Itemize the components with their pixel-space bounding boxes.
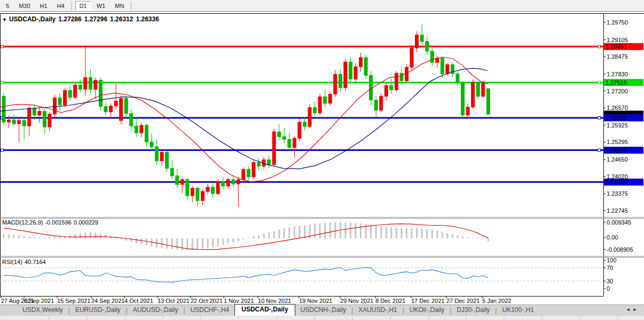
macd-histogram-bar [238, 238, 239, 241]
candle-body [344, 62, 347, 87]
date-axis-label: 24 Sep 2021 [91, 298, 124, 304]
tab-scroll-left-icon[interactable]: ◄ [626, 307, 633, 312]
candle-body [130, 114, 133, 126]
candle-body [43, 111, 46, 127]
macd-histogram-bar [232, 238, 234, 242]
macd-histogram-bar [477, 238, 479, 239]
macd-histogram-bar [350, 223, 351, 238]
candle-body [298, 122, 301, 138]
candle-body [430, 51, 434, 62]
hline-1.23810-badge-label: 1.23810 [606, 179, 627, 185]
macd-histogram-bar [457, 236, 458, 238]
macd-histogram-bar [100, 234, 101, 238]
macd-histogram-bar [472, 238, 474, 239]
macd-histogram-bar [34, 237, 35, 238]
tab-uk100-h1[interactable]: UK100-,H1 [497, 305, 539, 316]
rsi-axis-label: 0 [607, 285, 610, 292]
hline-handle[interactable] [598, 81, 601, 84]
chart-dropdown-icon[interactable]: ▼ [2, 17, 7, 22]
date-axis-label: 19 Nov 2021 [299, 298, 332, 304]
candle-body [426, 42, 429, 51]
candle-body [160, 152, 163, 161]
hline-handle[interactable] [598, 149, 601, 151]
date-axis-label: 5 Jan 2022 [482, 298, 511, 304]
chart-tab-bar: USDX,Weekly|EURUSD-,Daily|AUDUSD-,Daily|… [0, 305, 644, 316]
hline-handle[interactable] [1, 81, 4, 84]
hline-handle[interactable] [598, 45, 601, 48]
tab-audusd-daily[interactable]: AUDUSD-,Daily [128, 305, 184, 316]
candle-body [124, 99, 128, 114]
macd-histogram-bar [360, 223, 362, 238]
chart-symbol-label: USDCAD-,Daily [9, 15, 56, 23]
candle-body [58, 98, 61, 105]
date-axis-label: 29 Nov 2021 [340, 298, 373, 304]
candle-body [247, 170, 250, 177]
candle-body [196, 188, 199, 201]
macd-histogram-bar [120, 238, 122, 239]
tab-usdcnh-daily[interactable]: USDCNH-,Daily [295, 305, 351, 316]
candle-body [252, 163, 255, 177]
hline-handle[interactable] [1, 149, 4, 151]
macd-histogram-bar [431, 230, 433, 238]
candle-body [420, 35, 423, 42]
macd-histogram-bar [202, 238, 203, 249]
tab-xauusd-h1[interactable]: XAUUSD-,H1 [353, 305, 403, 316]
candle-body [349, 62, 352, 79]
candle-body [466, 107, 469, 115]
candle-body [176, 176, 179, 185]
tab-usdchf-h4[interactable]: USDCHF-,H4 [185, 305, 235, 316]
price-axis-label: 1.23375 [607, 190, 628, 197]
macd-histogram-bar [278, 230, 280, 238]
macd-histogram-bar [370, 225, 372, 238]
candle-body [318, 97, 321, 113]
tab-dj30-daily[interactable]: DJ30-,Daily [451, 305, 495, 316]
candle-body [461, 83, 465, 115]
candle-body [476, 82, 480, 96]
macd-histogram-bar [18, 235, 20, 238]
candle-body [415, 35, 419, 48]
chart-background [0, 12, 644, 320]
macd-histogram-bar [49, 237, 50, 238]
candle-body [242, 170, 245, 180]
candle-body [191, 188, 194, 196]
macd-histogram-bar [197, 238, 198, 249]
macd-histogram-bar [253, 236, 254, 238]
candle-body [472, 82, 475, 107]
date-axis-label: 13 Oct 2021 [158, 298, 190, 304]
tab-usdcad-daily[interactable]: USDCAD-,Daily [234, 304, 295, 316]
macd-histogram-bar [273, 231, 275, 238]
tab-scroll-right-icon[interactable]: ► [633, 307, 640, 312]
candle-body [28, 108, 31, 126]
price-axis: 1.297501.291051.284751.278301.272001.265… [603, 19, 643, 214]
hline-handle[interactable] [598, 116, 601, 119]
chart-canvas[interactable]: 1.297501.291051.284751.278301.272001.265… [0, 0, 644, 320]
ohlc-high: 1.27296 [84, 15, 107, 23]
tab-usdx-weekly[interactable]: USDX,Weekly [17, 305, 68, 316]
candle-body [237, 180, 240, 184]
hline-handle[interactable] [1, 45, 4, 48]
macd-histogram-bar [319, 223, 321, 238]
tab-ukoil-daily[interactable]: UKOil-,Daily [404, 305, 450, 316]
macd-histogram-bar [416, 228, 418, 238]
candle-body [374, 100, 378, 110]
candle-body [150, 142, 153, 147]
macd-histogram-bar [217, 238, 219, 246]
price-axis-label: 1.29105 [607, 37, 628, 43]
macd-histogram-bar [95, 233, 96, 238]
candle-body [390, 85, 393, 90]
candle-body [216, 182, 219, 194]
rsi-indicator-label: RSI(14)40.7164 [2, 259, 48, 265]
price-axis-label: 1.28475 [607, 53, 628, 60]
macd-histogram-bar [411, 228, 413, 238]
macd-histogram-bar [192, 238, 193, 250]
macd-histogram-bar [54, 237, 56, 238]
candle-body [155, 147, 159, 161]
candle-body [104, 107, 107, 112]
candle-body [68, 90, 72, 97]
macd-histogram-bar [284, 228, 285, 238]
macd-axis-label: -0.008905 [607, 246, 633, 253]
macd-histogram-bar [13, 235, 15, 238]
candle-body [288, 139, 291, 147]
macd-histogram-bar [294, 227, 295, 238]
tab-eurusd-daily[interactable]: EURUSD-,Daily [70, 305, 126, 316]
